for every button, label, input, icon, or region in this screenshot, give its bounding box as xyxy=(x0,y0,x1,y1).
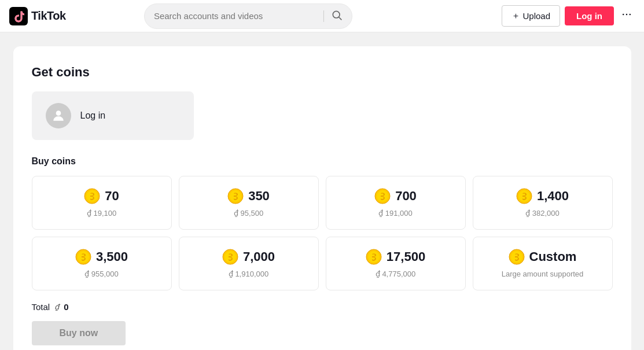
search-icon xyxy=(331,9,343,21)
login-area-label: Log in xyxy=(80,110,106,121)
svg-point-1 xyxy=(333,11,340,18)
coin-top-2: 700 xyxy=(374,188,417,204)
coin-top-4: 3,500 xyxy=(75,249,128,265)
coin-top-5: 7,000 xyxy=(222,249,275,265)
coin-card-0[interactable]: 70₫ 19,100 xyxy=(32,176,172,230)
search-divider xyxy=(323,10,324,22)
coin-top-1: 350 xyxy=(227,188,270,204)
header-right: ＋ Upload Log in xyxy=(502,5,635,27)
total-value: 0 xyxy=(64,302,68,312)
coin-top-6: 17,500 xyxy=(366,249,425,265)
coins-grid-row2: 3,500₫ 955,000 7,000₫ 1,910,000 17,500₫ … xyxy=(32,237,613,290)
coin-amount-4: 3,500 xyxy=(96,249,128,264)
coin-top-0: 70 xyxy=(84,188,119,204)
search-bar xyxy=(144,3,352,29)
svg-point-4 xyxy=(626,14,628,16)
coin-card-1[interactable]: 350₫ 95,500 xyxy=(179,176,319,230)
coin-top-3: 1,400 xyxy=(516,188,569,204)
coin-card-7[interactable]: CustomLarge amount supported xyxy=(473,237,613,290)
svg-point-3 xyxy=(623,14,624,16)
coin-price-6: ₫ 4,775,000 xyxy=(376,270,415,278)
coin-top-7: Custom xyxy=(509,249,577,265)
coin-price-1: ₫ 95,500 xyxy=(234,209,263,218)
coin-price-7: Large amount supported xyxy=(502,270,584,278)
coin-amount-5: 7,000 xyxy=(243,249,275,264)
coins-grid-row1: 70₫ 19,100 350₫ 95,500 700₫ 191,000 1,40… xyxy=(32,176,613,230)
coin-price-5: ₫ 1,910,000 xyxy=(229,270,268,278)
coin-card-2[interactable]: 700₫ 191,000 xyxy=(326,176,466,230)
logo[interactable]: TikTok xyxy=(9,7,66,25)
upload-plus-icon: ＋ xyxy=(511,10,520,21)
login-button[interactable]: Log in xyxy=(565,6,614,25)
coin-amount-6: 17,500 xyxy=(387,249,425,264)
get-coins-card: Get coins Log in Buy coins 70₫ 19,100 35… xyxy=(13,46,631,350)
coin-price-0: ₫ 19,100 xyxy=(87,209,116,218)
svg-line-2 xyxy=(339,17,342,20)
avatar xyxy=(46,103,71,128)
total-label: Total xyxy=(32,302,50,312)
coin-card-5[interactable]: 7,000₫ 1,910,000 xyxy=(179,237,319,290)
login-area[interactable]: Log in xyxy=(32,91,194,140)
coin-amount-2: 700 xyxy=(395,189,417,204)
coin-price-3: ₫ 382,000 xyxy=(525,209,560,218)
total-row: Total ₫ 0 xyxy=(32,302,613,312)
total-currency: ₫ xyxy=(54,303,59,311)
search-input[interactable] xyxy=(154,11,317,21)
coin-card-6[interactable]: 17,500₫ 4,775,000 xyxy=(326,237,466,290)
header: TikTok ＋ Upload Log in xyxy=(0,0,644,32)
page-title: Get coins xyxy=(32,65,613,80)
coin-amount-0: 70 xyxy=(105,189,119,204)
coin-price-4: ₫ 955,000 xyxy=(84,270,119,278)
logo-text: TikTok xyxy=(31,9,66,23)
main-content: Get coins Log in Buy coins 70₫ 19,100 35… xyxy=(4,46,641,350)
tiktok-logo-icon xyxy=(9,7,28,25)
coin-amount-1: 350 xyxy=(248,189,270,204)
upload-label: Upload xyxy=(522,11,550,21)
coin-amount-3: 1,400 xyxy=(537,189,569,204)
avatar-icon xyxy=(51,108,66,123)
coin-price-2: ₫ 191,000 xyxy=(378,209,413,218)
more-button[interactable] xyxy=(619,6,635,25)
buy-coins-title: Buy coins xyxy=(32,156,613,167)
svg-point-6 xyxy=(56,110,61,116)
more-icon xyxy=(621,9,632,20)
upload-button[interactable]: ＋ Upload xyxy=(502,5,560,27)
coin-card-4[interactable]: 3,500₫ 955,000 xyxy=(32,237,172,290)
svg-point-5 xyxy=(630,14,631,16)
coin-card-3[interactable]: 1,400₫ 382,000 xyxy=(473,176,613,230)
coin-amount-7: Custom xyxy=(529,249,577,264)
buy-now-button[interactable]: Buy now xyxy=(32,321,126,345)
search-button[interactable] xyxy=(331,9,343,23)
